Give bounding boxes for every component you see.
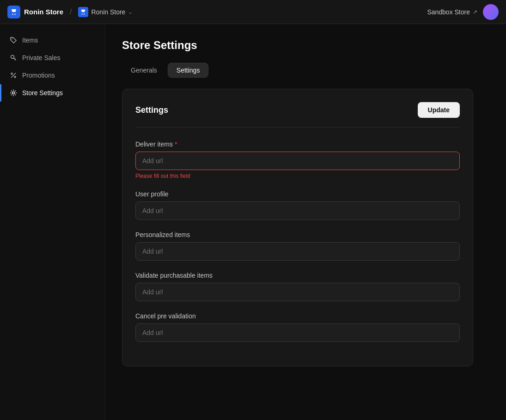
brand-icon: [7, 6, 20, 18]
personalized-items-input[interactable]: [135, 242, 460, 261]
field-user-profile: User profile: [135, 190, 460, 220]
sidebar-item-private-sales[interactable]: Private Sales: [0, 49, 105, 67]
user-profile-input[interactable]: [135, 201, 460, 220]
sandbox-store-link[interactable]: Sandbox Store ↗: [427, 8, 477, 16]
required-indicator: *: [175, 140, 177, 148]
sidebar-item-label: Store Settings: [22, 89, 63, 97]
field-validate-purchasable: Validate purchasable items: [135, 272, 460, 301]
svg-point-3: [84, 13, 85, 14]
main-content: Store Settings Generals Settings Setting…: [105, 24, 506, 420]
personalized-items-label: Personalized items: [135, 231, 460, 238]
header-right: Sandbox Store ↗: [427, 4, 499, 20]
update-button[interactable]: Update: [418, 102, 460, 118]
sidebar-item-label: Promotions: [22, 72, 55, 79]
user-profile-label: User profile: [135, 190, 460, 198]
settings-panel: Settings Update Deliver items * Please f…: [122, 89, 473, 366]
chevron-down-icon: ⌄: [128, 9, 133, 15]
settings-header: Settings Update: [135, 102, 460, 128]
sandbox-store-label: Sandbox Store: [427, 8, 470, 16]
sidebar-item-promotions[interactable]: Promotions: [0, 67, 105, 84]
brand-name: Ronin Store: [24, 8, 63, 16]
svg-point-5: [11, 55, 14, 59]
sidebar-item-label: Private Sales: [22, 54, 60, 61]
percent-icon: [9, 71, 18, 79]
validate-purchasable-input[interactable]: [135, 283, 460, 301]
svg-point-0: [12, 13, 13, 14]
sidebar-item-label: Items: [22, 37, 38, 44]
store-icon: [78, 7, 88, 17]
cancel-pre-validation-label: Cancel pre validation: [135, 312, 460, 320]
avatar[interactable]: [483, 4, 499, 20]
external-link-icon: ↗: [473, 9, 477, 15]
svg-line-6: [11, 73, 16, 78]
app-layout: Items Private Sales Promotions: [0, 24, 506, 420]
page-title: Store Settings: [122, 39, 489, 52]
app-header: Ronin Store / Ronin Store ⌄ Sandbox Stor…: [0, 0, 506, 24]
svg-point-9: [12, 92, 15, 94]
tabs: Generals Settings: [122, 63, 489, 78]
store-selector[interactable]: Ronin Store ⌄: [78, 7, 133, 17]
breadcrumb-separator: /: [70, 8, 72, 16]
tab-generals[interactable]: Generals: [122, 63, 166, 78]
deliver-items-label: Deliver items *: [135, 140, 460, 148]
field-deliver-items: Deliver items * Please fill out this fie…: [135, 140, 460, 179]
tab-settings[interactable]: Settings: [168, 63, 209, 78]
validate-purchasable-label: Validate purchasable items: [135, 272, 460, 279]
sidebar-item-items[interactable]: Items: [0, 31, 105, 49]
sidebar-item-store-settings[interactable]: Store Settings: [0, 84, 105, 102]
svg-point-1: [14, 13, 15, 14]
tag-icon: [9, 36, 18, 44]
deliver-items-error: Please fill out this field: [135, 173, 460, 179]
header-left: Ronin Store / Ronin Store ⌄: [7, 6, 133, 18]
field-cancel-pre-validation: Cancel pre validation: [135, 312, 460, 342]
store-name: Ronin Store: [91, 8, 125, 16]
svg-point-2: [82, 13, 83, 14]
svg-point-4: [12, 38, 12, 39]
svg-point-8: [14, 76, 16, 78]
key-icon: [9, 54, 18, 62]
field-personalized-items: Personalized items: [135, 231, 460, 261]
brand-logo[interactable]: Ronin Store: [7, 6, 63, 18]
sidebar: Items Private Sales Promotions: [0, 24, 105, 420]
settings-panel-title: Settings: [135, 105, 168, 115]
gear-icon: [9, 89, 18, 97]
svg-point-7: [11, 73, 12, 74]
deliver-items-input[interactable]: [135, 152, 460, 170]
cancel-pre-validation-input[interactable]: [135, 323, 460, 342]
